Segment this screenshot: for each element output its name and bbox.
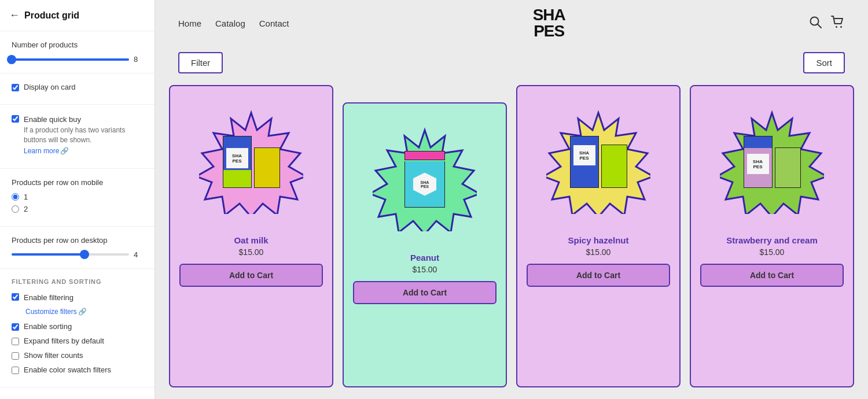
main-content: Home Catalog Contact SHAPES Filter <box>155 0 868 399</box>
product-card-spicy-hazelnut: SHAPES Spicy hazelnut $15.00 Add to Cart <box>516 85 681 387</box>
enable-quick-buy-checkbox[interactable] <box>12 115 19 123</box>
num-products-label: Number of products <box>12 40 143 49</box>
mobile-row-1-radio[interactable] <box>12 193 19 201</box>
add-to-cart-strawberry-cream[interactable]: Add to Cart <box>700 264 844 287</box>
enable-quick-buy-label: Enable quick buy <box>24 115 81 124</box>
product-name-strawberry-cream: Strawberry and cream <box>726 235 818 245</box>
products-per-row-desktop-section: Products per row on desktop 4 <box>0 227 155 269</box>
filter-button[interactable]: Filter <box>178 52 223 73</box>
num-products-slider-row: 8 <box>12 55 143 64</box>
learn-more-text: Learn more <box>24 147 59 155</box>
add-to-cart-oat-milk[interactable]: Add to Cart <box>179 264 323 287</box>
learn-more-link[interactable]: Learn more 🔗 <box>24 147 69 155</box>
desktop-slider-thumb <box>80 250 89 259</box>
mobile-row-2-row: 2 <box>12 205 143 213</box>
num-products-fill <box>12 58 129 61</box>
product-image-peanut: SHAPES <box>353 113 496 246</box>
desktop-slider-row: 4 <box>12 250 143 259</box>
show-filter-counts-row: Show filter counts <box>12 351 143 360</box>
product-price-strawberry-cream: $15.00 <box>760 247 785 257</box>
show-filter-counts-label: Show filter counts <box>24 351 83 360</box>
brand-logo: SHAPES <box>533 7 565 39</box>
starburst-spicy-hazelnut: SHAPES <box>546 110 650 214</box>
display-on-card-checkbox[interactable] <box>12 84 19 91</box>
product-name-spicy-hazelnut: Spicy hazelnut <box>568 235 628 245</box>
desktop-slider-fill <box>12 253 84 256</box>
product-price-spicy-hazelnut: $15.00 <box>586 247 611 257</box>
enable-sorting-row: Enable sorting <box>12 322 143 331</box>
starburst-peanut: SHAPES <box>373 127 477 231</box>
customize-filters-link[interactable]: Customize filters 🔗 <box>25 308 87 316</box>
enable-color-swatch-label: Enable color swatch filters <box>24 365 111 374</box>
product-name-peanut: Peanut <box>410 253 439 263</box>
product-grid: SHAPES Oat milk $15.00 Add to Cart <box>155 79 868 399</box>
external-link-icon: 🔗 <box>60 147 69 155</box>
nav-catalog[interactable]: Catalog <box>215 19 245 28</box>
product-card-peanut: SHAPES Peanut $15.00 Add to Cart <box>343 102 507 387</box>
expand-filters-checkbox[interactable] <box>12 338 19 345</box>
product-image-strawberry-cream: SHAPES <box>700 95 844 228</box>
nav-icons <box>809 16 845 31</box>
num-products-value: 8 <box>134 55 143 64</box>
product-image-oat-milk: SHAPES <box>179 95 323 228</box>
cart-button[interactable] <box>831 16 845 31</box>
product-image-spicy-hazelnut: SHAPES <box>527 95 670 228</box>
product-card-oat-milk: SHAPES Oat milk $15.00 Add to Cart <box>169 85 333 387</box>
nav-links: Home Catalog Contact <box>178 19 289 28</box>
sidebar-header: ← Product grid <box>0 0 155 31</box>
enable-color-swatch-row: Enable color swatch filters <box>12 365 143 374</box>
add-to-cart-spicy-hazelnut[interactable]: Add to Cart <box>527 264 670 287</box>
mobile-row-2-radio[interactable] <box>12 205 19 213</box>
show-filter-counts-checkbox[interactable] <box>12 352 19 360</box>
enable-filtering-checkbox[interactable] <box>12 293 19 301</box>
customize-filters-text: Customize filters <box>25 308 77 316</box>
book-strawberry-cream: SHAPES <box>744 136 801 188</box>
book-peanut: SHAPES <box>404 151 445 208</box>
starburst-oat-milk: SHAPES <box>199 110 303 214</box>
product-price-oat-milk: $15.00 <box>239 247 264 257</box>
num-products-thumb <box>7 55 16 64</box>
top-nav: Home Catalog Contact SHAPES <box>155 0 868 46</box>
search-icon <box>809 16 822 28</box>
enable-filtering-content: Enable filtering <box>24 292 73 302</box>
enable-filtering-label: Enable filtering <box>24 293 73 302</box>
mobile-row-1-label: 1 <box>24 193 28 201</box>
book-oat-milk: SHAPES <box>223 136 280 188</box>
display-on-card-row: Display on card <box>12 83 143 91</box>
cart-icon <box>831 16 845 28</box>
enable-color-swatch-checkbox[interactable] <box>12 367 19 374</box>
num-products-track <box>12 58 129 61</box>
products-per-row-mobile-section: Products per row on mobile 1 2 <box>0 169 155 227</box>
products-per-row-mobile-label: Products per row on mobile <box>12 178 143 187</box>
enable-quick-buy-content: Enable quick buy If a product only has t… <box>24 114 143 156</box>
display-on-card-section: Display on card <box>0 73 155 105</box>
enable-quick-buy-sub: If a product only has two variants butto… <box>24 125 143 145</box>
filtering-sorting-section: FILTERING AND SORTING Enable filtering C… <box>0 269 155 387</box>
nav-home[interactable]: Home <box>178 19 201 28</box>
desktop-slider-value: 4 <box>134 250 143 259</box>
svg-point-2 <box>836 26 837 28</box>
mobile-row-2-label: 2 <box>24 205 28 213</box>
nav-contact[interactable]: Contact <box>259 19 289 28</box>
num-products-section: Number of products 8 <box>0 31 155 73</box>
svg-point-3 <box>840 26 842 28</box>
enable-quick-buy-row: Enable quick buy If a product only has t… <box>12 114 143 156</box>
enable-sorting-label: Enable sorting <box>24 322 72 331</box>
enable-filtering-row: Enable filtering <box>12 292 143 302</box>
back-button[interactable]: ← <box>9 9 20 21</box>
products-per-row-desktop-label: Products per row on desktop <box>12 236 143 245</box>
product-card-strawberry-cream: SHAPES Strawberry and cream $15.00 Add t… <box>690 85 854 387</box>
book-spicy-hazelnut: SHAPES <box>570 136 627 188</box>
svg-line-1 <box>818 24 821 28</box>
enable-sorting-checkbox[interactable] <box>12 323 19 331</box>
customize-external-icon: 🔗 <box>78 308 87 316</box>
mobile-row-1-row: 1 <box>12 193 143 201</box>
search-button[interactable] <box>809 16 822 31</box>
sort-button[interactable]: Sort <box>803 52 845 73</box>
add-to-cart-peanut[interactable]: Add to Cart <box>353 281 496 304</box>
product-price-peanut: $15.00 <box>413 265 437 274</box>
enable-quick-buy-section: Enable quick buy If a product only has t… <box>0 105 155 169</box>
expand-filters-row: Expand filters by default <box>12 337 143 345</box>
expand-filters-label: Expand filters by default <box>24 337 104 345</box>
filter-bar: Filter Sort <box>155 46 868 79</box>
